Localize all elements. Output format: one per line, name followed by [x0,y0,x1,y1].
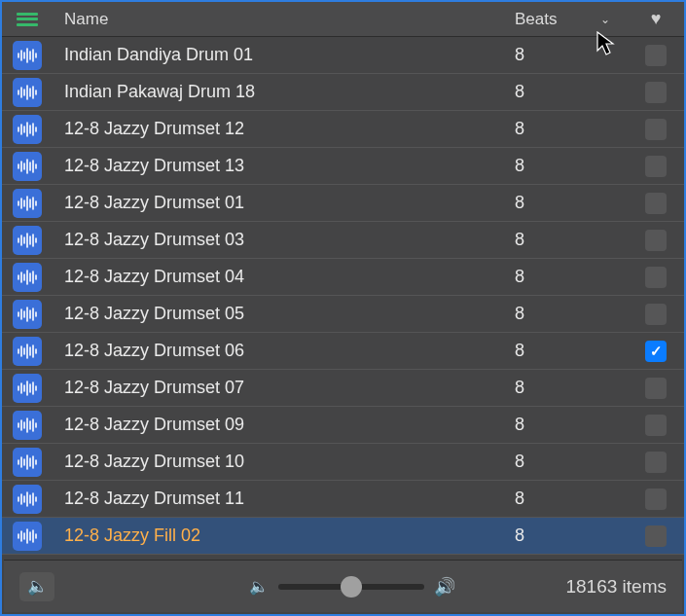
loop-name: Indian Pakawaj Drum 18 [53,82,511,102]
loop-type-icon-cell [2,448,53,477]
table-row[interactable]: 12-8 Jazzy Drumset 13 8 [2,148,684,185]
table-row[interactable]: 12-8 Jazzy Drumset 10 8 [2,444,684,481]
favorite-checkbox[interactable] [645,267,667,288]
loop-type-icon-cell [2,374,53,403]
audio-waveform-icon [13,485,42,514]
loop-type-icon-cell [2,115,53,144]
loop-beats: 8 [511,82,628,102]
table-row[interactable]: 12-8 Jazzy Fill 02 8 [2,518,684,555]
loop-name: Indian Dandiya Drum 01 [53,45,511,65]
loop-name: 12-8 Jazzy Drumset 06 [53,341,511,361]
audio-waveform-icon [13,41,42,70]
loop-name: 12-8 Jazzy Drumset 04 [53,267,511,287]
column-header-beats-label: Beats [515,10,557,28]
loop-type-icon-cell [2,522,53,551]
favorite-checkbox[interactable] [645,304,667,325]
favorite-checkbox[interactable] [645,230,667,251]
loop-beats: 8 [511,378,628,398]
table-row[interactable]: 12-8 Jazzy Drumset 07 8 [2,370,684,407]
favorite-checkbox[interactable] [645,45,667,66]
audio-waveform-icon [13,152,42,181]
favorite-cell [628,489,684,510]
loop-name: 12-8 Jazzy Drumset 10 [53,452,511,472]
audio-waveform-icon [13,374,42,403]
loop-name: 12-8 Jazzy Drumset 11 [53,489,511,509]
column-header-row: Name Beats ⌄ ♥ [2,2,684,37]
list-view-icon [17,13,38,26]
audio-waveform-icon [13,448,42,477]
favorite-cell [628,45,684,66]
loop-type-icon-cell [2,300,53,329]
audio-waveform-icon [13,263,42,292]
loop-beats: 8 [511,156,628,176]
audio-waveform-icon [13,78,42,107]
table-row[interactable]: 12-8 Jazzy Drumset 12 8 [2,111,684,148]
table-row[interactable]: Indian Dandiya Drum 01 8 [2,37,684,74]
table-row[interactable]: Indian Pakawaj Drum 18 8 [2,74,684,111]
favorite-checkbox[interactable] [645,489,667,510]
loop-beats: 8 [511,452,628,472]
favorite-cell [628,82,684,103]
audio-waveform-icon [13,411,42,440]
favorite-checkbox[interactable] [645,525,667,547]
favorite-checkbox[interactable] [645,193,667,214]
loop-beats: 8 [511,525,628,546]
column-header-beats[interactable]: Beats ⌄ [511,10,628,29]
speaker-max-icon: 🔊 [434,576,455,598]
favorite-cell [628,341,684,362]
loop-beats: 8 [511,230,628,250]
favorite-checkbox[interactable] [645,82,667,103]
table-row[interactable]: 12-8 Jazzy Drumset 11 8 [2,481,684,518]
loop-beats: 8 [511,489,628,509]
loop-beats: 8 [511,193,628,213]
table-row[interactable]: 12-8 Jazzy Drumset 09 8 [2,407,684,444]
loop-beats: 8 [511,304,628,324]
favorite-cell [628,378,684,399]
loop-type-icon-cell [2,41,53,70]
favorite-checkbox[interactable] [645,119,667,140]
speaker-min-icon: 🔈 [249,577,269,596]
favorite-cell [628,230,684,251]
favorite-checkbox[interactable] [645,378,667,399]
volume-control: 🔈 🔊 [249,576,455,598]
footer-bar: 🔈 🔈 🔊 18163 items [4,560,682,612]
loop-name: 12-8 Jazzy Drumset 01 [53,193,511,213]
favorite-cell [628,452,684,473]
volume-slider-thumb[interactable] [341,576,362,598]
loop-type-icon-cell [2,263,53,292]
favorite-checkbox[interactable] [645,415,667,436]
heart-icon: ♥ [651,9,662,29]
audio-waveform-icon [13,189,42,218]
favorite-cell [628,156,684,177]
preview-button[interactable]: 🔈 [19,572,54,601]
loop-name: 12-8 Jazzy Drumset 05 [53,304,511,324]
item-count-label: 18163 items [565,576,667,598]
loop-type-icon-cell [2,152,53,181]
loop-type-icon-cell [2,226,53,255]
loop-type-icon-cell [2,337,53,366]
favorite-cell [628,267,684,288]
audio-waveform-icon [13,300,42,329]
loop-list: Indian Dandiya Drum 01 8 Indian Pakawaj … [2,37,684,555]
table-row[interactable]: 12-8 Jazzy Drumset 01 8 [2,185,684,222]
favorite-checkbox[interactable] [645,452,667,473]
favorite-checkbox[interactable] [645,156,667,177]
favorite-checkbox[interactable] [645,341,667,362]
table-row[interactable]: 12-8 Jazzy Drumset 03 8 [2,222,684,259]
favorite-cell [628,119,684,140]
table-row[interactable]: 12-8 Jazzy Drumset 04 8 [2,259,684,296]
table-row[interactable]: 12-8 Jazzy Drumset 06 8 [2,333,684,370]
loop-beats: 8 [511,45,628,65]
loop-beats: 8 [511,415,628,435]
loop-name: 12-8 Jazzy Drumset 13 [53,156,511,176]
favorite-cell [628,525,684,547]
chevron-down-icon: ⌄ [600,13,610,26]
audio-waveform-icon [13,226,42,255]
loop-name: 12-8 Jazzy Drumset 03 [53,230,511,250]
table-row[interactable]: 12-8 Jazzy Drumset 05 8 [2,296,684,333]
view-toggle-button[interactable] [2,13,53,26]
volume-slider[interactable] [278,584,424,590]
column-header-name[interactable]: Name [53,10,511,29]
loop-beats: 8 [511,267,628,287]
column-header-favorite[interactable]: ♥ [628,9,684,29]
